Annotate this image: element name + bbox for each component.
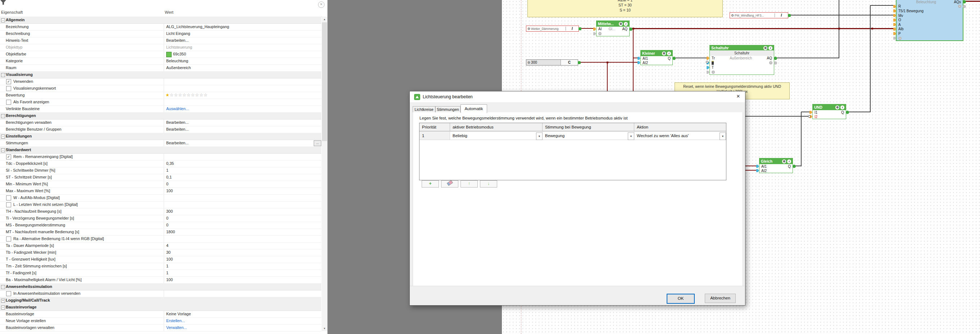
block-gleich[interactable]: Gleich⚙iAI1QAI2 (759, 158, 793, 173)
gear-icon[interactable]: ⚙ (527, 61, 531, 64)
add-port-icon[interactable]: + (898, 37, 902, 40)
property-row[interactable]: ST - Schrittzeit Dimmer [s]0,1 (0, 174, 321, 181)
star-icon[interactable]: ★ (165, 92, 170, 97)
gear-icon[interactable]: ⚙ (730, 14, 735, 17)
dialog-titlebar[interactable]: Lichtsteuerung bearbeiten ✕ (410, 91, 745, 102)
gear-icon[interactable]: ⚙ (764, 46, 767, 50)
io-reference-pm[interactable]: ⚙PM_Windfang_HF3...I (730, 12, 788, 18)
input-connector[interactable] (893, 5, 896, 8)
checkbox[interactable]: ✓ (6, 79, 11, 84)
output-connector[interactable] (774, 61, 777, 64)
property-section-row[interactable]: −Bausteinvorlage (0, 304, 321, 311)
ellipsis-button[interactable]: ... (314, 140, 321, 146)
property-section-row[interactable]: −Visualisierung (0, 71, 321, 78)
property-value[interactable]: Bearbeiten... (166, 141, 189, 145)
property-link[interactable]: Erstellen... (166, 318, 185, 323)
checkbox[interactable] (6, 291, 11, 296)
output-connector[interactable] (792, 165, 796, 168)
block-beleuchtung[interactable]: BeleuchtungAQsR+T5/1 BewegungMvOAAlbP+ (896, 0, 963, 41)
add-port-icon[interactable]: + (712, 70, 715, 74)
property-row[interactable]: L - Letzten Wert nicht setzen [Digital] (0, 201, 321, 208)
block-kleiner[interactable]: Kleiner⚙iAI1QAI2 (640, 50, 673, 65)
panel-close-icon[interactable]: ✕ (318, 2, 325, 8)
gear-icon[interactable]: ⚙ (527, 27, 531, 30)
cell-aktion-combo[interactable]: Wechsel zu wenn 'Alles aus' (634, 132, 726, 140)
chevron-down-icon[interactable]: ▼ (628, 132, 634, 140)
io-reference-wetter[interactable]: ⚙Wetter_DämmerungI (526, 25, 579, 32)
property-row[interactable]: StimmungenBearbeiten...... (0, 140, 321, 147)
checkbox[interactable] (6, 202, 11, 207)
property-row[interactable]: SI - Schrittweite Dimmer [%]1 (0, 167, 321, 174)
star-icon[interactable]: ☆ (174, 92, 178, 97)
star-icon[interactable]: ☆ (187, 92, 191, 97)
block-mittelwert[interactable]: Mittelw...⚙iAIGl...AQ+ (596, 21, 630, 37)
property-row[interactable]: Ti - Verzögerung Bewegungsmelder [s]0 (0, 215, 321, 222)
output-connector[interactable] (578, 61, 581, 64)
property-section-row[interactable]: −Anwesenheitssimulation (0, 283, 321, 291)
gear-icon[interactable]: ⚙ (662, 51, 666, 56)
scroll-down-icon[interactable]: ▼ (321, 326, 328, 331)
property-row[interactable]: Berechtigte Benutzer / GruppenBearbeiten… (0, 126, 321, 133)
property-row[interactable]: ObjekttypLichtsteuerung (0, 44, 321, 51)
property-row[interactable]: Ta - Dauer Alarmperiode [s]4 (0, 242, 321, 250)
color-swatch[interactable] (166, 52, 172, 57)
block-und[interactable]: UND⚙iI1QI2 (812, 104, 846, 119)
property-row[interactable]: Tb - Fadingzeit Wecker [min]30 (0, 249, 321, 256)
star-icon[interactable]: ☆ (191, 92, 195, 97)
property-row[interactable]: BausteinvorlageKeine Vorlage (0, 311, 321, 318)
star-icon[interactable]: ☆ (170, 92, 174, 97)
io-reference-const300[interactable]: ⚙300C (526, 59, 578, 65)
output-connector[interactable] (963, 5, 966, 8)
property-row[interactable]: In Anwesenheitssimulation verwenden (0, 290, 321, 297)
property-row[interactable]: BezeichnungALG_Lichtsteuerung_Haupteinga… (0, 23, 321, 30)
collapse-icon[interactable]: − (1, 148, 5, 152)
gear-icon[interactable]: ⚙ (782, 159, 786, 164)
star-icon[interactable]: ☆ (195, 92, 199, 97)
output-connector[interactable] (846, 111, 849, 114)
input-connector[interactable] (893, 32, 896, 35)
star-icon[interactable]: ☆ (178, 92, 182, 97)
checkbox[interactable] (6, 237, 11, 242)
input-connector[interactable] (893, 10, 896, 13)
scroll-up-icon[interactable]: ▲ (321, 17, 328, 22)
property-row[interactable]: Berechtigungen verwaltenBearbeiten... (0, 119, 321, 126)
checkbox[interactable] (6, 86, 11, 91)
info-icon[interactable]: i (787, 159, 791, 164)
collapse-icon[interactable]: − (1, 285, 5, 289)
dialog-close-icon[interactable]: ✕ (734, 94, 742, 100)
property-section-row[interactable]: −Einstellungen (0, 133, 321, 140)
star-icon[interactable]: ☆ (182, 92, 187, 97)
scrollbar[interactable]: ▲ ▼ (321, 17, 328, 331)
input-connector[interactable] (893, 14, 896, 17)
property-row[interactable]: Bewertung★☆☆☆☆☆☆☆☆☆ (0, 92, 321, 99)
input-connector[interactable] (893, 18, 896, 22)
property-row[interactable]: BeschreibungLicht Eingang (0, 30, 321, 37)
star-icon[interactable]: ☆ (204, 92, 208, 97)
collapse-icon[interactable]: − (1, 73, 5, 77)
output-connector[interactable] (788, 14, 791, 17)
output-connector[interactable] (672, 57, 676, 60)
property-row[interactable]: Objektfarbe69c350 (0, 51, 321, 58)
input-connector[interactable] (893, 27, 896, 30)
property-row[interactable]: T - Grenzwert Helligkeit [lux]100 (0, 256, 321, 263)
property-row[interactable]: W - Auf/Ab-Modus [Digital] (0, 194, 321, 202)
property-row[interactable]: Tdc - Doppelklickzeit [s]0,35 (0, 160, 321, 167)
move-up-button[interactable]: ↑ (460, 180, 478, 188)
checkbox[interactable] (6, 100, 11, 105)
tab-automatik[interactable]: Automatik (460, 104, 487, 113)
rating-stars[interactable]: ★☆☆☆☆☆☆☆☆☆ (165, 92, 208, 97)
property-section-row[interactable]: −Standardwert (0, 146, 321, 154)
property-row[interactable]: ✓Verwenden (0, 78, 321, 85)
collapse-icon[interactable]: − (1, 135, 5, 138)
input-connector[interactable] (893, 23, 896, 26)
property-row[interactable]: Ra - Alternative Bedienung I1-I4 wenn RG… (0, 235, 321, 243)
add-port-icon[interactable]: + (769, 61, 772, 64)
add-port-icon[interactable]: + (598, 32, 601, 35)
property-section-row[interactable]: +Logging/Mail/Call/Track (0, 297, 321, 304)
property-link[interactable]: Auswählen... (166, 107, 189, 111)
star-icon[interactable]: ☆ (199, 92, 204, 97)
gear-icon[interactable]: ⚙ (619, 22, 623, 26)
output-connector[interactable] (963, 0, 966, 3)
delete-row-button[interactable] (441, 180, 458, 188)
output-connector[interactable] (629, 27, 632, 30)
